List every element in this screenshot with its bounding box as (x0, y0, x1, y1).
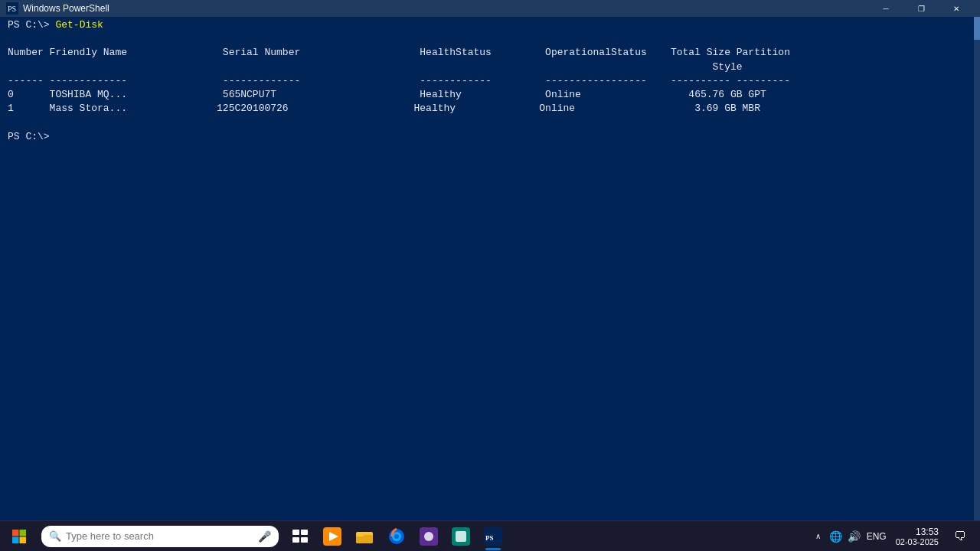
notification-button[interactable]: 🗨 (948, 521, 972, 552)
powershell-window[interactable]: PS C:\> Get-Disk Number Friendly Name Se… (0, 17, 980, 520)
firefox-button[interactable] (381, 521, 412, 552)
search-bar[interactable]: 🔍 🎤 (41, 526, 279, 547)
microphone-icon[interactable]: 🎤 (258, 530, 271, 543)
taskbar-apps: PS (285, 521, 508, 552)
powershell-taskbar-icon: PS (484, 527, 502, 546)
console-output: PS C:\> Get-Disk Number Friendly Name Se… (0, 17, 980, 145)
language-label[interactable]: ENG (867, 531, 887, 542)
svg-text:PS: PS (8, 5, 16, 13)
svg-rect-21 (456, 531, 466, 542)
app5-icon (420, 527, 438, 546)
prompt-2: PS C:\> (8, 131, 55, 142)
taskbar: 🔍 🎤 (0, 520, 980, 551)
app5-button[interactable] (413, 521, 444, 552)
app6-icon (452, 527, 470, 546)
svg-rect-4 (12, 536, 19, 543)
svg-rect-3 (20, 530, 27, 536)
clock-time: 13:53 (896, 527, 939, 537)
svg-rect-8 (292, 537, 299, 543)
close-button[interactable]: ✕ (939, 0, 974, 17)
media-player-button[interactable] (317, 521, 348, 552)
search-icon: 🔍 (49, 530, 61, 542)
file-explorer-button[interactable] (349, 521, 380, 552)
powershell-taskbar-button[interactable]: PS (478, 521, 508, 552)
search-input[interactable] (66, 530, 253, 542)
scrollbar-thumb[interactable] (974, 17, 980, 40)
window-controls: ─ ❐ ✕ (868, 0, 974, 17)
svg-rect-7 (301, 530, 308, 535)
powershell-title-icon: PS (6, 2, 18, 15)
svg-point-17 (394, 534, 399, 539)
scrollbar[interactable] (974, 17, 980, 520)
svg-text:PS: PS (485, 534, 494, 542)
app6-button[interactable] (446, 521, 476, 552)
svg-rect-9 (301, 537, 308, 543)
firefox-icon (387, 527, 406, 546)
windows-logo-icon (12, 530, 26, 543)
taskview-button[interactable] (285, 521, 315, 552)
media-player-icon (323, 527, 341, 546)
svg-rect-5 (20, 536, 27, 543)
volume-icon[interactable]: 🔊 (847, 529, 862, 544)
file-explorer-icon (355, 527, 374, 546)
svg-point-19 (424, 532, 433, 541)
system-icons: 🌐 🔊 (828, 529, 862, 544)
clock-date: 02-03-2025 (896, 537, 939, 546)
tray-expand-button[interactable]: ∧ (812, 529, 824, 543)
network-icon[interactable]: 🌐 (828, 529, 844, 544)
taskbar-tray: ∧ 🌐 🔊 ENG 13:53 02-03-2025 🗨 (812, 521, 980, 552)
svg-rect-14 (356, 533, 364, 536)
restore-button[interactable]: ❐ (903, 0, 939, 17)
clock[interactable]: 13:53 02-03-2025 (891, 525, 943, 548)
command-text: Get-Disk (55, 19, 103, 31)
titlebar: PS Windows PowerShell ─ ❐ ✕ (0, 0, 980, 17)
minimize-button[interactable]: ─ (868, 0, 903, 17)
svg-rect-2 (12, 530, 19, 536)
header-row: Number Friendly Name Serial Number Healt… (8, 47, 790, 114)
taskview-icon (291, 527, 309, 546)
prompt-1: PS C:\> (8, 19, 55, 31)
window-title: Windows PowerShell (23, 3, 868, 14)
svg-rect-6 (292, 530, 299, 535)
start-button[interactable] (0, 521, 38, 552)
